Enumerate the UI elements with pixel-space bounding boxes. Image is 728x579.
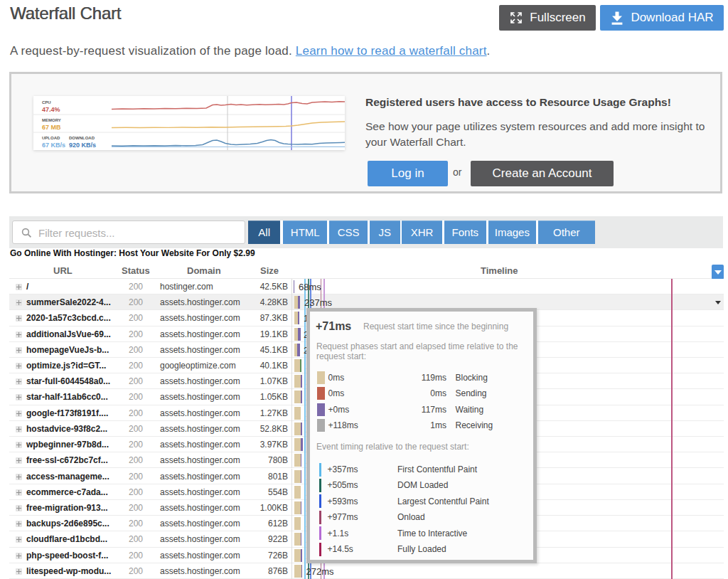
svg-text:MEMORY: MEMORY [42, 118, 61, 122]
svg-text:CPU: CPU [42, 100, 51, 105]
svg-text:47.4%: 47.4% [42, 106, 60, 113]
svg-text:67 MB: 67 MB [42, 124, 61, 131]
svg-text:UPLOAD: UPLOAD [42, 136, 60, 140]
svg-text:67 KB/s: 67 KB/s [42, 142, 65, 149]
svg-text:DOWNLOAD: DOWNLOAD [69, 136, 95, 140]
svg-text:920 KB/s: 920 KB/s [69, 142, 96, 149]
